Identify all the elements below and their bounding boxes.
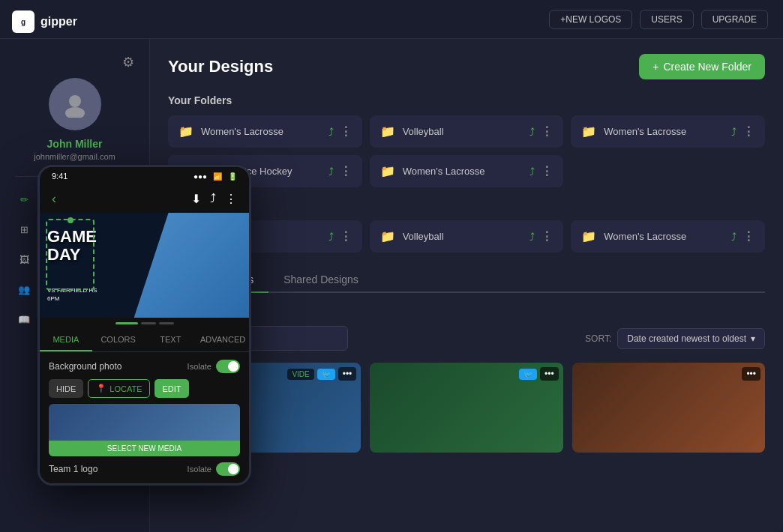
- team-logo-row: Team 1 logo Isolate: [49, 462, 240, 476]
- hide-button[interactable]: HIDE: [49, 379, 83, 398]
- share-icon[interactable]: ⤴: [731, 126, 736, 138]
- more-icon[interactable]: ⋮: [541, 124, 553, 139]
- select-new-media-button[interactable]: SELECT NEW MEDIA: [49, 441, 240, 456]
- mobile-more-icon[interactable]: ⋮: [225, 192, 237, 206]
- share-icon[interactable]: ⤴: [328, 166, 334, 178]
- shared-folders-label: Shared Folders: [168, 199, 765, 211]
- more-icon[interactable]: ⋮: [340, 229, 352, 244]
- share-icon[interactable]: ⤴: [530, 166, 535, 178]
- main-header: Your Designs + Create New Folder: [168, 54, 765, 79]
- design-card[interactable]: 🐦 •••: [370, 363, 562, 453]
- slider-active: [116, 322, 138, 324]
- mobile-overlay: 9:41 ●●● 📶 🔋 ‹ ⬇ ⤴ ⋮ GAME DAY VS FAIRFIE…: [38, 165, 251, 486]
- folder-item[interactable]: 📁 Volleyball ⤴ ⋮: [370, 115, 564, 148]
- isolate-label: Isolate: [188, 362, 212, 371]
- twitter-badge: 🐦: [519, 369, 537, 380]
- mobile-slider-bar: [40, 318, 249, 329]
- plus-icon: +: [652, 61, 658, 73]
- bg-photo-row: Background photo Isolate: [49, 360, 240, 373]
- locate-button[interactable]: 📍 LOCATE: [88, 379, 150, 398]
- folder-name: Volleyball: [403, 231, 523, 242]
- upgrade-button[interactable]: UPGRADE: [701, 10, 768, 29]
- new-logos-button[interactable]: +NEW LOGOS: [549, 10, 632, 29]
- more-icon[interactable]: ⋮: [742, 124, 754, 139]
- mobile-tab-text[interactable]: TEXT: [145, 329, 197, 351]
- grid-icon: ⊞: [16, 222, 32, 237]
- folder-item[interactable]: 📁 Women's Lacrosse ⤴ ⋮: [571, 220, 765, 253]
- mobile-tabs: MEDIA COLORS TEXT ADVANCED: [40, 329, 249, 352]
- chevron-down-icon: ▾: [751, 333, 755, 344]
- isolate-toggle[interactable]: [216, 360, 240, 373]
- edit-button[interactable]: EDIT: [154, 379, 188, 398]
- folder-item[interactable]: 📁 Volleyball ⤴ ⋮: [370, 220, 564, 253]
- gipper-text: gipper: [40, 15, 77, 28]
- gear-icon[interactable]: ⚙: [122, 54, 134, 70]
- share-icon[interactable]: ⤴: [530, 126, 535, 138]
- sort-label: SORT:: [585, 333, 611, 344]
- more-icon[interactable]: ⋮: [742, 229, 754, 244]
- users-button[interactable]: USERS: [640, 10, 693, 29]
- action-buttons: HIDE 📍 LOCATE EDIT: [49, 379, 240, 398]
- tab-shared-designs[interactable]: Shared Designs: [268, 267, 374, 293]
- mobile-share-icon[interactable]: ⤴: [210, 192, 216, 206]
- share-icon[interactable]: ⤴: [731, 231, 736, 243]
- sort-select[interactable]: Date created newest to oldest ▾: [617, 328, 765, 349]
- design-card[interactable]: •••: [572, 363, 765, 453]
- mobile-status-bar: 9:41 ●●● 📶 🔋: [40, 167, 249, 185]
- gipper-logo: g gipper: [12, 10, 77, 33]
- folder-item[interactable]: 📁 Women's Lacrosse ⤴ ⋮: [168, 115, 362, 148]
- bg-photo-label: Background photo: [49, 361, 122, 372]
- pencil-icon: ✏: [16, 192, 32, 207]
- user-email: johnmiller@gmail.com: [34, 152, 115, 161]
- folder-actions: ⤴ ⋮: [328, 124, 352, 139]
- folder-icon: 📁: [581, 124, 596, 139]
- more-icon[interactable]: ⋮: [340, 164, 352, 178]
- your-folders-label: Your Folders: [168, 94, 765, 106]
- media-preview: SELECT NEW MEDIA: [49, 404, 240, 456]
- design-tabs: Saved Designs Shared Designs: [168, 267, 765, 293]
- folder-actions: ⤴ ⋮: [328, 229, 352, 244]
- folder-name: Women's Lacrosse: [403, 166, 523, 177]
- mobile-tab-advanced[interactable]: ADVANCED: [196, 329, 249, 351]
- folder-item[interactable]: 📁 Women's Lacrosse ⤴ ⋮: [370, 155, 564, 187]
- slider-inactive: [159, 322, 174, 324]
- folder-name: Women's Lacrosse: [604, 231, 724, 242]
- folder-item[interactable]: 📁 Women's Lacrosse ⤴ ⋮: [571, 115, 765, 148]
- folder-name: Women's Lacrosse: [201, 126, 321, 137]
- folder-icon: 📁: [380, 164, 395, 178]
- team-logo-isolate-toggle[interactable]: [216, 462, 240, 476]
- mobile-tab-media[interactable]: MEDIA: [40, 329, 92, 351]
- share-icon[interactable]: ⤴: [328, 126, 334, 138]
- folder-name: Women's Lacrosse: [604, 126, 724, 137]
- mobile-download-icon[interactable]: ⬇: [191, 192, 201, 206]
- isolate-row: Isolate: [188, 360, 240, 373]
- top-bar: g gipper +NEW LOGOS USERS UPGRADE: [0, 0, 783, 39]
- page-title: Your Designs: [168, 57, 273, 76]
- folder-icon: 📁: [178, 124, 194, 139]
- design-cards: VIDE 🐦 ••• 🐦 ••• •••: [168, 363, 765, 453]
- team-logo-isolate-label: Isolate: [188, 465, 212, 474]
- toggle-knob: [228, 361, 238, 372]
- card-more-button[interactable]: •••: [742, 367, 760, 381]
- more-icon[interactable]: ⋮: [541, 229, 553, 244]
- folder-actions: ⤴ ⋮: [530, 164, 553, 178]
- folder-actions: ⤴ ⋮: [731, 229, 754, 244]
- team-logo-isolate-row: Isolate: [188, 462, 240, 476]
- more-icon[interactable]: ⋮: [340, 124, 352, 139]
- folder-actions: ⤴ ⋮: [530, 124, 553, 139]
- share-icon[interactable]: ⤴: [328, 231, 334, 243]
- shared-folders-grid: 📁 Test ⤴ ⋮ 📁 Volleyball ⤴ ⋮ 📁 Women's La…: [168, 220, 765, 253]
- your-designs-section-label: Your Designs: [168, 305, 765, 317]
- mobile-back-button[interactable]: ‹: [52, 191, 56, 207]
- locate-icon: 📍: [96, 384, 106, 393]
- folder-icon: 📁: [380, 124, 395, 139]
- avatar: [49, 78, 101, 130]
- card-more-button[interactable]: •••: [540, 367, 559, 381]
- share-icon[interactable]: ⤴: [530, 231, 535, 243]
- card-more-button[interactable]: •••: [338, 367, 357, 381]
- create-folder-button[interactable]: + Create New Folder: [639, 54, 765, 79]
- mobile-action-buttons: ⬇ ⤴ ⋮: [191, 192, 237, 206]
- mobile-tab-colors[interactable]: COLORS: [92, 329, 145, 351]
- more-icon[interactable]: ⋮: [541, 164, 553, 178]
- folder-icon: 📁: [581, 229, 596, 244]
